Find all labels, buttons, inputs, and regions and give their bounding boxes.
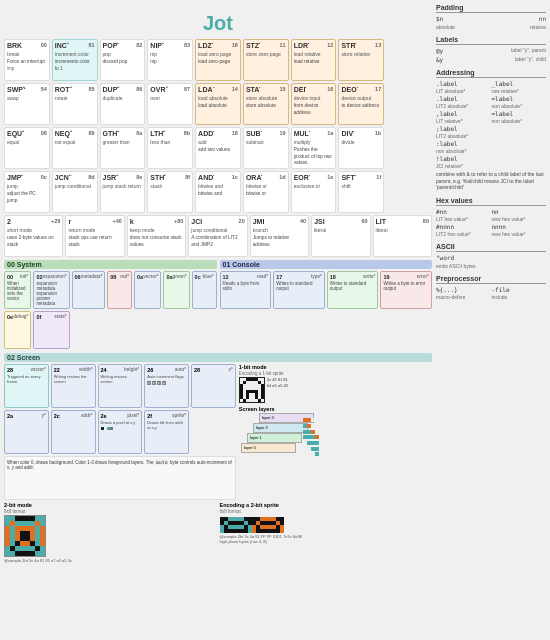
screen-height[interactable]: 24height* Writing resizes screen: [98, 364, 143, 408]
card-ora[interactable]: ORAᵃ1d bitwise or bitwise or: [243, 171, 289, 213]
card-div[interactable]: DIVᵃ1b divide: [338, 127, 384, 169]
card-jmp[interactable]: JMP⁰ᶜ0c jump adjust the PC jump: [4, 171, 50, 213]
card-equ[interactable]: EQU⁰⁸08 equal: [4, 127, 50, 169]
card-jsi[interactable]: JSI60 literal: [311, 215, 370, 257]
twobit-mode: 2-bit mode 8x8 format @sample-1bt 3c 4a …: [4, 502, 217, 563]
card-deo[interactable]: DEOᵃ17 device output to device address: [338, 83, 384, 125]
card-mul[interactable]: MULᵃ1a multiply Pushes the product of to…: [291, 127, 337, 169]
twobit-sprite: [4, 515, 46, 557]
screen-content: 28vector* Triggered on every frame 22wid…: [4, 364, 432, 500]
oo-system-grid: 00init* When initialized sets the vector…: [4, 271, 217, 349]
sys-card-vector[interactable]: 0avector*: [134, 271, 161, 309]
sys-card-red[interactable]: 08red*: [107, 271, 132, 309]
pixel-visual: [101, 427, 140, 430]
sys-card-expansion[interactable]: 02expansion* expansion metadata expansio…: [33, 271, 69, 309]
card-pop[interactable]: POP⁸²82 pop discard pop: [100, 39, 146, 81]
screen-auto[interactable]: 26auto* Auto increment flags 0 0 0 0: [144, 364, 189, 408]
preprocessor-section: Preprocessor %{...}-file macro-defineinc…: [436, 275, 546, 300]
card-sub[interactable]: SUBᵃ19 subtract: [243, 127, 289, 169]
section-oo-system: 00 System 00init* When initialized sets …: [4, 260, 217, 349]
sys-card-init[interactable]: 00init* When initialized sets the vector: [4, 271, 31, 309]
card-stz[interactable]: STZᵃ11 store zero-page: [243, 39, 289, 81]
hex-values-title: Hex values: [436, 197, 546, 206]
onebit-mode: 1-bit mode Encoding a 1-bit sprite: [239, 364, 432, 403]
instruction-row-1: BRK00 break Force an interrupt imp INC⁸¹…: [4, 39, 432, 81]
sys-card-blue[interactable]: 0cblue*: [192, 271, 217, 309]
padding-title: Padding: [436, 4, 546, 13]
card-sth[interactable]: STH⁸ᶠ8f stash: [147, 171, 193, 213]
screen-width[interactable]: 22width* Writing resizes the screen: [51, 364, 96, 408]
card-dei[interactable]: DEIᵃ16 device input from device address: [291, 83, 337, 125]
labels-title: Labels: [436, 36, 546, 45]
encoding-2bit-sprite: Encoding a 2-bit sprite 8x8 format: [220, 502, 433, 563]
screen-addr[interactable]: 2caddr*: [51, 410, 96, 454]
onebit-sprite-preview: [239, 377, 265, 403]
console-write[interactable]: 18write* Writes to standard output: [327, 271, 379, 309]
card-gth[interactable]: GTH⁸ᵃ8a greater than: [100, 127, 146, 169]
card-short-mode[interactable]: 2+29 short mode uses 2-byte values on st…: [4, 215, 63, 257]
console-type[interactable]: 17type* Writes to standard output: [273, 271, 325, 309]
auto-bit-diagram: 0 0 0 0: [147, 381, 186, 385]
ascii-row: "word: [436, 254, 546, 261]
right-panel: Padding $n nn absolute relative Labels @…: [436, 4, 546, 563]
sys-card-state[interactable]: 0fstate*: [33, 311, 69, 349]
addressing-section: Addressing .label_label LIT absolute*raw…: [436, 69, 546, 191]
card-add[interactable]: ADDᵃ18 add add two values: [195, 127, 241, 169]
card-keep-mode[interactable]: k+80 keep mode does not consume stack va…: [127, 215, 186, 257]
card-lda[interactable]: LDAᵃ14 load absolute load absolute: [195, 83, 241, 125]
card-inc[interactable]: INC⁸¹81 increment color increments color…: [52, 39, 98, 81]
screen-layers-visual: layer 3 layer 2 layer 1 layer 0: [239, 413, 319, 463]
encoding-sprite-large: [220, 517, 284, 533]
padding-section: Padding $n nn absolute relative: [436, 4, 546, 30]
labels-row-1: @y label "y", parent: [436, 47, 546, 54]
labels-row-2: &y label "y", child: [436, 56, 546, 63]
card-sta[interactable]: STAᵃ15 store absolute store absolute: [243, 83, 289, 125]
sys-card-green[interactable]: 0agreen*: [163, 271, 189, 309]
ascii-title: ASCII: [436, 243, 546, 252]
card-eor[interactable]: EORᵃ1e exclusive or: [291, 171, 337, 213]
card-rot[interactable]: ROT⁸⁵85 rotate: [52, 83, 98, 125]
ascii-desc: emits ASCII bytes: [436, 263, 546, 269]
card-brk[interactable]: BRK00 break Force an interrupt imp: [4, 39, 50, 81]
card-neq[interactable]: NEQ⁸⁹89 not equal: [52, 127, 98, 169]
encoding-diagrams: 1-bit mode Encoding a 1-bit sprite: [239, 364, 432, 500]
screen-y[interactable]: 2ay*: [4, 410, 49, 454]
card-jmi[interactable]: JMI40 branch Jumps to relative address: [250, 215, 309, 257]
console-error[interactable]: 19error* Writes a byte to error output: [380, 271, 432, 309]
o1-console-grid: 12read* Reads a byte from stdin 17type* …: [220, 271, 433, 309]
instruction-row-3: EQU⁰⁸08 equal NEQ⁸⁹89 not equal GTH⁸ᵃ8a …: [4, 127, 432, 169]
padding-row-1: $n nn: [436, 15, 546, 22]
card-swp[interactable]: SWP⁸⁴54 swap: [4, 83, 50, 125]
oo-system-header: 00 System: [4, 260, 217, 269]
sys-card-metadata[interactable]: 06metadata*: [72, 271, 106, 309]
addressing-note: combine with & to refer to a child label…: [436, 171, 546, 191]
card-and[interactable]: ANDᵃ1c bitwise and bitwise and: [195, 171, 241, 213]
card-sft[interactable]: SFTᵃ1f shift: [338, 171, 384, 213]
card-ldz[interactable]: LDZᵃ18 load zero page load zero-page: [195, 39, 241, 81]
card-return-mode[interactable]: r+40 return mode stack ops use return st…: [65, 215, 124, 257]
card-str[interactable]: STRᵃ13 store relative: [338, 39, 384, 81]
card-jci[interactable]: JCI20 jump conditional A combination of …: [188, 215, 247, 257]
system-sections: 00 System 00init* When initialized sets …: [4, 260, 432, 349]
sys-card-debug[interactable]: 0edebug*: [4, 311, 31, 349]
card-jcn[interactable]: JCN⁸ᵈ8d jump conditional: [52, 171, 98, 213]
padding-row-2: absolute relative: [436, 24, 546, 30]
card-jsr[interactable]: JSR⁸ᵉ8e jump stack return: [100, 171, 146, 213]
console-read[interactable]: 12read* Reads a byte from stdin: [220, 271, 272, 309]
o1-console-header: 01 Console: [220, 260, 433, 269]
screen-cards-grid: 28vector* Triggered on every frame 22wid…: [4, 364, 236, 500]
screen-sprite[interactable]: 2fsprite* Draws tile from addr at x,y: [144, 410, 189, 454]
card-lit[interactable]: LIT80 literal: [373, 215, 432, 257]
screen-vector[interactable]: 28vector* Triggered on every frame: [4, 364, 49, 408]
onebit-content: 3c 42 81 81 bd a5 a5 42: [239, 377, 432, 403]
card-dup[interactable]: DUP⁸⁶86 duplicate: [100, 83, 146, 125]
card-ldr[interactable]: LDRᵃ12 load relative load relative: [291, 39, 337, 81]
card-lth[interactable]: LTH⁸ᵇ8b less than: [147, 127, 193, 169]
card-nip[interactable]: NIP⁸³83 nip nip: [147, 39, 193, 81]
card-ovr[interactable]: OVR⁸⁷87 over: [147, 83, 193, 125]
twobit-section: 2-bit mode 8x8 format @sample-1bt 3c 4a …: [4, 502, 432, 563]
screen-x[interactable]: 28x*: [191, 364, 236, 408]
special-modes-row: 2+29 short mode uses 2-byte values on st…: [4, 215, 432, 257]
screen-pixel[interactable]: 2epixel* Draws a pixel at x,y: [98, 410, 143, 454]
screen-section-header: 02 Screen: [4, 353, 432, 362]
